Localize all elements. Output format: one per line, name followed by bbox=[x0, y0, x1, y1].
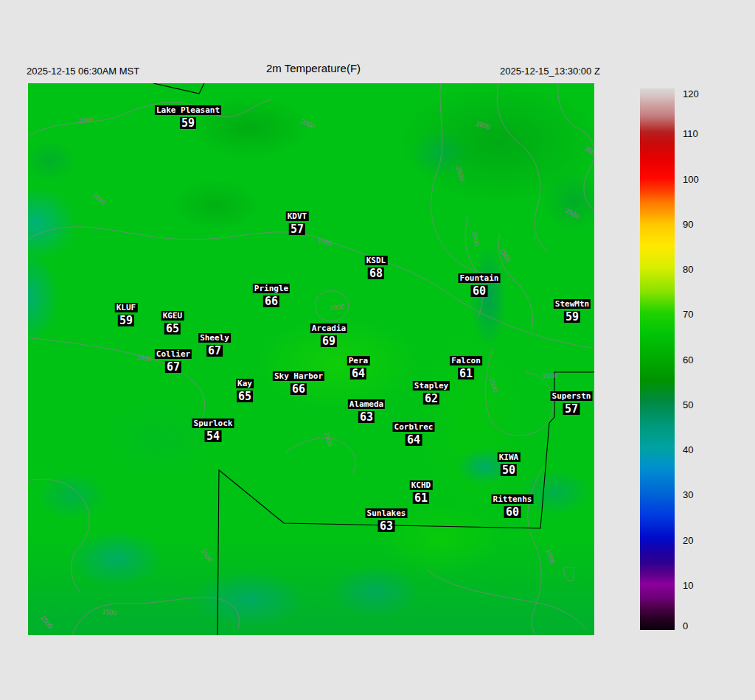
station-name: Falcon bbox=[450, 356, 482, 365]
station-value: 64 bbox=[350, 368, 366, 379]
station-value: 60 bbox=[504, 506, 521, 518]
contour-label: 1000 bbox=[330, 303, 345, 312]
station-sky-harbor: Sky Harbor66 bbox=[273, 368, 324, 396]
station-value: 66 bbox=[263, 295, 279, 307]
station-value: 67 bbox=[206, 345, 223, 357]
colorbar-tick-50: 50 bbox=[683, 399, 720, 410]
station-value: 61 bbox=[413, 492, 429, 504]
station-fountain: Fountain60 bbox=[459, 270, 501, 298]
station-value: 62 bbox=[423, 393, 439, 405]
station-value: 69 bbox=[321, 335, 337, 347]
station-name: Collier bbox=[155, 349, 192, 359]
station-value: 65 bbox=[164, 323, 181, 335]
station-alameda: Alameda63 bbox=[348, 396, 385, 424]
station-sunlakes: Sunlakes63 bbox=[366, 505, 408, 533]
station-name: Sky Harbor bbox=[273, 371, 324, 381]
station-name: StewMtn bbox=[554, 299, 591, 309]
county-boundaries bbox=[153, 83, 594, 635]
station-value: 57 bbox=[563, 403, 580, 415]
station-kdvt: KDVT57 bbox=[286, 209, 309, 236]
colorbar-tick-70: 70 bbox=[683, 309, 720, 320]
station-value: 60 bbox=[471, 285, 487, 297]
station-name: KIWA bbox=[498, 452, 521, 462]
contour-label: 2000 bbox=[543, 372, 557, 379]
station-name: Corblrec bbox=[393, 422, 435, 432]
station-rittenhs: Rittenhs60 bbox=[492, 491, 534, 519]
station-pera: Pera64 bbox=[347, 353, 370, 380]
station-value: 63 bbox=[358, 411, 375, 423]
station-name: Kay bbox=[236, 379, 254, 388]
station-name: Fountain bbox=[459, 273, 501, 283]
station-value: 63 bbox=[378, 520, 394, 532]
colorbar-tick-100: 100 bbox=[683, 173, 720, 184]
station-name: KGEU bbox=[161, 311, 184, 321]
station-kluf: KLUF59 bbox=[115, 300, 138, 327]
station-name: Sheely bbox=[198, 333, 231, 343]
station-kgeu: KGEU65 bbox=[161, 308, 184, 335]
station-name: KSDL bbox=[365, 256, 388, 265]
county-boundary-line bbox=[153, 83, 204, 94]
colorbar-tick-90: 90 bbox=[683, 218, 720, 229]
station-name: KLUF bbox=[115, 303, 138, 312]
station-superstn: Superstn57 bbox=[551, 388, 593, 416]
station-value: 61 bbox=[458, 368, 474, 379]
station-value: 57 bbox=[289, 223, 305, 235]
colorbar-tick-0: 0 bbox=[683, 620, 720, 631]
colorbar-tick-10: 10 bbox=[683, 579, 720, 590]
station-value: 65 bbox=[237, 391, 253, 402]
colorbar-tick-30: 30 bbox=[683, 489, 720, 500]
station-stapley: Stapley62 bbox=[413, 378, 450, 405]
station-name: Spurlock bbox=[192, 419, 234, 428]
colorbar-ticks: 1201101009080706050403020100 bbox=[640, 88, 728, 630]
temperature-map: 2000150020001500100010003000250035002500… bbox=[28, 83, 594, 635]
timestamp-utc: 2025-12-15_13:30:00 Z bbox=[500, 66, 600, 77]
station-stewmtn: StewMtn59 bbox=[554, 296, 591, 323]
colorbar-tick-60: 60 bbox=[683, 354, 720, 365]
station-name: Lake Pleasant bbox=[155, 105, 221, 115]
station-value: 59 bbox=[118, 315, 134, 326]
station-sheely: Sheely67 bbox=[198, 330, 231, 357]
station-pringle: Pringle66 bbox=[253, 281, 290, 308]
contour-overlay bbox=[28, 83, 594, 635]
station-kiwa: KIWA50 bbox=[498, 449, 521, 477]
station-name: Arcadia bbox=[310, 323, 347, 333]
station-name: Sunlakes bbox=[366, 508, 408, 518]
station-value: 54 bbox=[205, 430, 221, 442]
station-name: Rittenhs bbox=[492, 494, 534, 504]
station-value: 59 bbox=[180, 117, 196, 129]
station-value: 68 bbox=[368, 267, 384, 279]
colorbar-tick-80: 80 bbox=[683, 264, 720, 275]
station-lake-pleasant: Lake Pleasant59 bbox=[155, 102, 221, 130]
colorbar-tick-120: 120 bbox=[683, 88, 720, 99]
station-name: Pera bbox=[347, 356, 370, 365]
station-falcon: Falcon61 bbox=[450, 353, 482, 380]
station-arcadia: Arcadia69 bbox=[310, 321, 347, 348]
station-ksdl: KSDL68 bbox=[365, 253, 388, 280]
colorbar-tick-40: 40 bbox=[683, 444, 720, 455]
station-value: 50 bbox=[501, 464, 517, 476]
station-name: Pringle bbox=[253, 284, 290, 293]
station-value: 59 bbox=[564, 311, 580, 323]
station-name: KDVT bbox=[286, 211, 309, 221]
station-value: 67 bbox=[165, 361, 181, 373]
county-boundary-line bbox=[218, 372, 594, 635]
station-kay: Kay65 bbox=[236, 376, 254, 403]
station-collier: Collier67 bbox=[155, 346, 192, 374]
station-value: 64 bbox=[406, 434, 422, 446]
colorbar-tick-110: 110 bbox=[683, 128, 720, 139]
station-name: Superstn bbox=[551, 391, 593, 401]
station-spurlock: Spurlock54 bbox=[192, 416, 234, 443]
station-value: 66 bbox=[290, 383, 307, 395]
station-name: Alameda bbox=[348, 399, 385, 409]
station-name: KCHD bbox=[410, 480, 433, 490]
station-kchd: KCHD61 bbox=[410, 477, 433, 505]
colorbar-tick-20: 20 bbox=[683, 534, 720, 545]
station-corblrec: Corblrec64 bbox=[393, 419, 435, 447]
station-name: Stapley bbox=[413, 381, 450, 391]
